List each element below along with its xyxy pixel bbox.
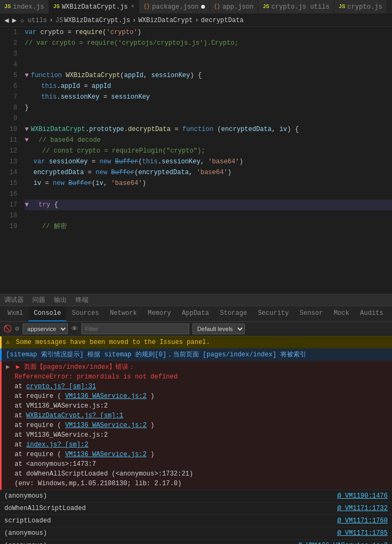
forward-button[interactable]: ▶ xyxy=(12,16,16,25)
stack-link[interactable]: VM1136_WAService.js:2 xyxy=(65,392,147,400)
tab-package-json[interactable]: {} package.json xyxy=(139,0,209,13)
stack-suffix: ) xyxy=(150,392,154,400)
filter-input[interactable] xyxy=(81,323,189,334)
breadcrumb-utils: utils xyxy=(27,17,47,24)
log-row-2: scriptLoaded @ VM1171:1760 xyxy=(0,515,392,527)
breadcrumb-sep3: › xyxy=(195,17,198,24)
tab-wxbizdatacrypt-js[interactable]: JS WXBizDataCrypt.js × xyxy=(49,0,139,13)
stack-frame-10: (env: Windows,mp,1.05.2108130; lib: 2.17… xyxy=(6,479,388,488)
log-left: (anonymous) xyxy=(4,541,47,544)
stack-at-text: at require ( xyxy=(15,422,61,429)
bookmark-icon[interactable]: ☆ xyxy=(20,16,24,25)
code-line-9 xyxy=(25,113,392,124)
stack-at-text: at <anonymous>:1473:7 xyxy=(15,460,96,468)
back-button[interactable]: ◀ xyxy=(4,16,9,25)
stack-frame-9: at doWhenAllScriptLoaded (<anonymous>:17… xyxy=(6,469,388,479)
js-icon: JS xyxy=(4,4,11,10)
log-link[interactable]: @ VM1190:1476 xyxy=(337,491,388,501)
code-line-5: ▼function WXBizDataCrypt(appId, sessionK… xyxy=(25,70,392,81)
code-line-3 xyxy=(25,49,392,59)
devtools-tab-network[interactable]: Network xyxy=(105,306,142,321)
error-header: ▶ 页面【pages/index/index】错误： xyxy=(16,363,135,371)
json-icon: {} xyxy=(214,4,221,10)
stack-link[interactable]: index.js? [sm]:2 xyxy=(26,441,88,449)
log-left: doWhenAllScriptLoaded xyxy=(4,504,86,513)
log-link[interactable]: @ VM1171:1732 xyxy=(337,504,388,513)
code-line-18 xyxy=(25,210,392,221)
devtools-tab-security[interactable]: Security xyxy=(252,306,294,321)
log-link[interactable]: @ VM1171:1760 xyxy=(337,516,388,526)
panel-tab-issues[interactable]: 问题 xyxy=(32,294,45,306)
tab-label: index.js xyxy=(13,3,44,11)
log-row-4: (anonymous) @ VM1136_WAService.js:2 xyxy=(0,540,392,544)
log-row-1: doWhenAllScriptLoaded @ VM1171:1732 xyxy=(0,502,392,515)
levels-selector[interactable]: Default levels xyxy=(192,323,245,334)
warning-icon: ⚠ xyxy=(6,339,10,346)
code-line-13: var sessionKey = new Buffer(this.session… xyxy=(25,156,392,167)
devtools-tab-wxml[interactable]: Wxml xyxy=(2,306,29,321)
stack-frame-0: at crypto.js? [sm]:31 xyxy=(6,382,388,391)
console-warning-msg: ⚠ Some messages have been moved to the I… xyxy=(0,336,392,349)
devtools-tab-sensor[interactable]: Sensor xyxy=(294,306,328,321)
log-left: scriptLoaded xyxy=(4,516,51,526)
stack-env-text: (env: Windows,mp,1.05.2108130; lib: 2.17… xyxy=(15,480,182,487)
stop-icon[interactable]: ⊘ xyxy=(15,325,19,333)
tab-label: crypto.js utils xyxy=(271,3,329,11)
code-line-17: ▼ try { xyxy=(25,199,392,210)
stack-link[interactable]: crypto.js? [sm]:31 xyxy=(26,383,97,390)
log-link[interactable]: @ VM1171:1785 xyxy=(337,528,388,538)
devtools-tab-storage[interactable]: Storage xyxy=(215,306,252,321)
stack-at-text: at require ( xyxy=(15,451,61,458)
console-error-block: ▶ ▶ 页面【pages/index/index】错误： ReferenceEr… xyxy=(0,361,392,490)
devtools-tab-sources[interactable]: Sources xyxy=(66,306,104,321)
error-header-row: ▶ ▶ 页面【pages/index/index】错误： xyxy=(6,362,388,372)
stack-frame-1: at require ( VM1136_WAService.js:2 ) xyxy=(6,391,388,401)
code-line-11: ▼ // base64 decode xyxy=(25,135,392,146)
code-editor[interactable]: var crypto = require('crypto') // var cr… xyxy=(20,27,392,294)
stack-frame-7: at require ( VM1136_WAService.js:2 ) xyxy=(6,450,388,459)
tab-index-js[interactable]: JS index.js xyxy=(0,0,49,13)
close-icon[interactable]: × xyxy=(131,4,134,10)
stack-link[interactable]: WXBizDataCrypt.js? [sm]:1 xyxy=(26,412,123,419)
code-line-10: ▼WXBizDataCrypt.prototype.decryptData = … xyxy=(25,124,392,135)
context-selector[interactable]: appservice xyxy=(23,323,68,334)
devtools-tab-audits[interactable]: Audits xyxy=(355,306,389,321)
tab-app-json[interactable]: {} app.json xyxy=(210,0,259,13)
stack-link[interactable]: VM1136_WAService.js:2 xyxy=(65,451,147,458)
stack-frame-4: at require ( VM1136_WAService.js:2 ) xyxy=(6,421,388,430)
tab-crypto-js[interactable]: JS crypto.js xyxy=(334,0,387,13)
js-icon: JS xyxy=(339,4,345,10)
stack-frame-6: at index.js? [sm]:2 xyxy=(6,440,388,450)
devtools-tab-appdata[interactable]: AppData xyxy=(176,306,214,321)
log-link[interactable]: @ VM1136_WAService.js:2 xyxy=(298,541,388,544)
stack-at-text: at xyxy=(15,412,26,419)
console-toolbar: 🚫 ⊘ appservice 👁 Default levels xyxy=(0,321,392,336)
error-main-text: ReferenceError: primordials is not defin… xyxy=(6,372,388,382)
code-line-19: // 解密 xyxy=(25,221,392,232)
panel-tab-terminal[interactable]: 终端 xyxy=(75,294,88,306)
expand-arrow-icon[interactable]: ▶ xyxy=(6,363,10,371)
panel-tab-output[interactable]: 输出 xyxy=(54,294,67,306)
devtools-tab-bar: Wxml Console Sources Network Memory AppD… xyxy=(0,306,392,321)
stack-link[interactable]: VM1136_WAService.js:2 xyxy=(65,422,147,429)
warning-text: Some messages have been moved to the Iss… xyxy=(16,339,210,346)
breadcrumb: ◀ ▶ ☆ utils › JS WXBizDataCrypt.js › WXB… xyxy=(0,14,392,27)
devtools: Wxml Console Sources Network Memory AppD… xyxy=(0,306,392,544)
devtools-tab-console[interactable]: Console xyxy=(29,306,66,321)
sitemap-text: [sitemap 索引情况提示] 根据 sitemap 的规则[0]，当前页面 … xyxy=(6,351,306,359)
code-line-8: } xyxy=(25,102,392,113)
eye-icon[interactable]: 👁 xyxy=(71,325,78,333)
tab-label: WXBizDataCrypt.js xyxy=(62,3,128,11)
log-row-3: (anonymous) @ VM1171:1785 xyxy=(0,527,392,540)
devtools-tab-memory[interactable]: Memory xyxy=(142,306,176,321)
tab-label: app.json xyxy=(223,3,254,11)
editor-area: 1 2 3 4 5 6 7 8 9 10 11 12 13 14 15 16 1… xyxy=(0,27,392,294)
devtools-tab-mock[interactable]: Mock xyxy=(328,306,355,321)
clear-console-icon[interactable]: 🚫 xyxy=(3,325,12,333)
console-output[interactable]: ⚠ Some messages have been moved to the I… xyxy=(0,336,392,544)
json-icon: {} xyxy=(143,4,150,10)
js-icon: JS xyxy=(263,4,269,10)
code-line-7: this.sessionKey = sessionKey xyxy=(25,92,392,102)
panel-tab-debugger[interactable]: 调试器 xyxy=(4,294,24,306)
tab-crypto-js-utils[interactable]: JS crypto.js utils xyxy=(258,0,334,13)
